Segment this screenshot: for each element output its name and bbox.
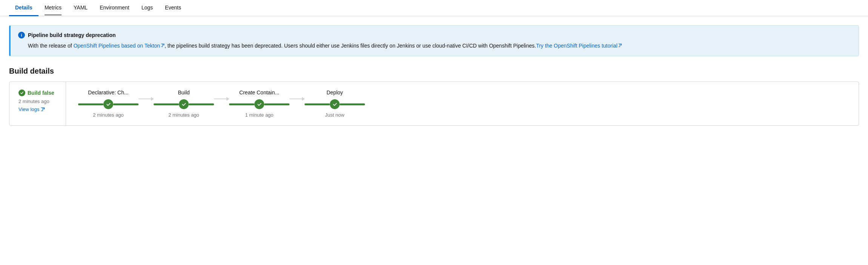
info-icon: i	[18, 32, 25, 39]
stage-declarative-label: Declarative: Ch...	[88, 89, 128, 96]
stage-node-deploy	[330, 99, 340, 109]
stage-build-label: Build	[178, 89, 189, 96]
external-link-icon-1	[161, 43, 165, 47]
arrow-2	[214, 99, 229, 109]
arrow-3	[289, 99, 305, 109]
alert-link-tekton[interactable]: OpenShift Pipelines based on Tekton	[74, 43, 165, 49]
track-right-4	[340, 103, 365, 105]
track-right-2	[189, 103, 214, 105]
arrow-body-2	[214, 99, 229, 99]
track-left-2	[154, 103, 179, 105]
status-check-icon	[18, 89, 25, 96]
track-left-3	[229, 103, 254, 105]
build-details-card: Build false 2 minutes ago View logs Decl…	[9, 82, 859, 126]
tab-logs[interactable]: Logs	[135, 0, 159, 16]
stage-node-create	[254, 99, 264, 109]
stage-create-container: Create Contain... 1 minute ago	[229, 89, 289, 118]
stage-deploy-track	[305, 99, 365, 109]
pipeline-stages: Declarative: Ch... 2 minutes ago	[66, 82, 859, 125]
tab-events[interactable]: Events	[159, 0, 187, 16]
stage-declarative-time: 2 minutes ago	[93, 112, 124, 118]
track-right-1	[113, 103, 139, 105]
view-logs-link[interactable]: View logs	[18, 106, 57, 112]
arrow-body-1	[139, 99, 154, 99]
stage-build-time: 2 minutes ago	[168, 112, 199, 118]
external-link-icon-2	[618, 43, 622, 47]
build-status-panel: Build false 2 minutes ago View logs	[9, 82, 66, 125]
alert-header: i Pipeline build strategy deprecation	[18, 32, 851, 39]
build-time: 2 minutes ago	[18, 99, 57, 104]
stage-deploy-time: Just now	[325, 112, 344, 118]
main-content: i Pipeline build strategy deprecation Wi…	[0, 16, 868, 135]
section-title: Build details	[9, 67, 859, 75]
tab-environment[interactable]: Environment	[94, 0, 135, 16]
tab-yaml[interactable]: YAML	[68, 0, 94, 16]
stage-deploy-label: Deploy	[326, 89, 343, 96]
track-right-3	[264, 103, 289, 105]
stage-declarative: Declarative: Ch... 2 minutes ago	[78, 89, 139, 118]
stage-create-time: 1 minute ago	[245, 112, 273, 118]
stage-deploy: Deploy Just now	[305, 89, 365, 118]
stage-build-track	[154, 99, 214, 109]
tab-details[interactable]: Details	[9, 0, 38, 16]
alert-body-middle: , the pipelines build strategy has been …	[165, 43, 536, 49]
arrow-1	[139, 99, 154, 109]
build-status-text: Build false	[28, 90, 54, 96]
build-status-label: Build false	[18, 89, 57, 96]
build-details-section: Build details Build false 2 minutes ago …	[9, 67, 859, 126]
stage-node-declarative	[103, 99, 113, 109]
stage-build: Build 2 minutes ago	[154, 89, 214, 118]
alert-banner: i Pipeline build strategy deprecation Wi…	[9, 25, 859, 56]
stage-node-build	[179, 99, 189, 109]
track-left-4	[305, 103, 330, 105]
tabs-bar: Details Metrics YAML Environment Logs Ev…	[0, 0, 868, 16]
alert-body: With the release of OpenShift Pipelines …	[18, 42, 851, 50]
alert-title: Pipeline build strategy deprecation	[28, 32, 116, 38]
arrow-body-3	[289, 99, 305, 99]
tab-metrics[interactable]: Metrics	[38, 0, 68, 16]
stage-create-track	[229, 99, 289, 109]
stage-create-label: Create Contain...	[239, 89, 279, 96]
stage-declarative-track	[78, 99, 139, 109]
view-logs-external-icon	[41, 107, 45, 111]
alert-link-tutorial[interactable]: Try the OpenShift Pipelines tutorial	[536, 43, 622, 49]
alert-body-prefix: With the release of	[28, 43, 74, 49]
track-left-1	[78, 103, 103, 105]
